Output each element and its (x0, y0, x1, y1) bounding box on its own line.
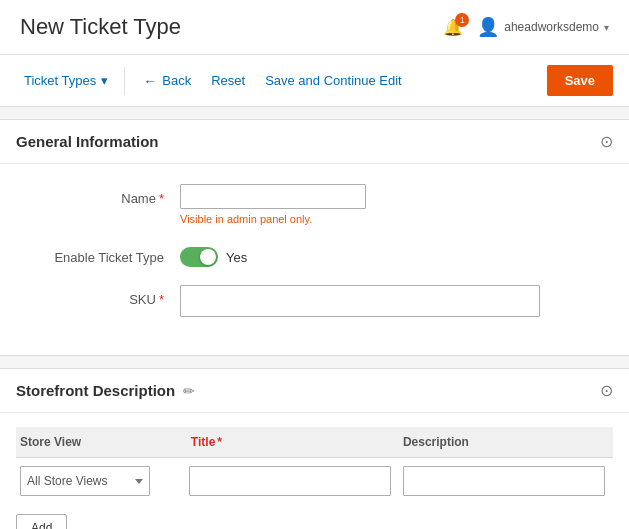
storefront-section: Storefront Description ✏ ⊙ Store View Ti… (0, 368, 629, 529)
top-header: New Ticket Type 🔔 1 👤 aheadworksdemo ▾ (0, 0, 629, 55)
toggle-knob (200, 249, 216, 265)
add-button[interactable]: Add (16, 514, 67, 529)
general-info-title: General Information (16, 133, 159, 150)
description-input[interactable] (403, 466, 605, 496)
save-button[interactable]: Save (547, 65, 613, 96)
enable-toggle[interactable] (180, 247, 218, 267)
sku-label: SKU* (20, 285, 180, 307)
reset-label: Reset (211, 73, 245, 88)
store-view-col-header: Store View (16, 427, 185, 458)
storefront-header: Storefront Description ✏ ⊙ (0, 369, 629, 413)
enable-row: Enable Ticket Type Yes (0, 243, 629, 267)
store-table: Store View Title* Description All Store … (16, 427, 613, 504)
ticket-types-button[interactable]: Ticket Types ▾ (16, 67, 116, 94)
sku-row: SKU* (0, 285, 629, 317)
back-arrow-icon: ← (143, 73, 157, 89)
table-header-row: Store View Title* Description (16, 427, 613, 458)
description-cell (399, 458, 613, 505)
sku-required-star: * (159, 292, 164, 307)
toggle-wrapper: Yes (180, 243, 247, 267)
storefront-toggle[interactable]: ⊙ (600, 381, 613, 400)
toolbar: Ticket Types ▾ ← Back Reset Save and Con… (0, 55, 629, 107)
title-col-header: Title* (185, 427, 399, 458)
page-title: New Ticket Type (20, 14, 181, 40)
title-input[interactable] (189, 466, 391, 496)
header-right: 🔔 1 👤 aheadworksdemo ▾ (443, 16, 609, 38)
ticket-types-chevron: ▾ (101, 73, 108, 88)
name-field-wrapper: Visible in admin panel only. (180, 184, 366, 225)
name-label: Name* (20, 184, 180, 206)
storefront-title: Storefront Description (16, 382, 175, 399)
description-col-header: Description (399, 427, 613, 458)
ticket-types-label: Ticket Types (24, 73, 96, 88)
sku-input[interactable] (180, 285, 540, 317)
toggle-yes-label: Yes (226, 250, 247, 265)
back-button[interactable]: ← Back (133, 67, 201, 95)
general-info-header: General Information ⊙ (0, 120, 629, 164)
general-info-content: Name* Visible in admin panel only. Enabl… (0, 164, 629, 355)
name-note: Visible in admin panel only. (180, 213, 366, 225)
notification-bell[interactable]: 🔔 1 (443, 18, 463, 37)
toolbar-divider (124, 67, 125, 95)
save-continue-label: Save and Continue Edit (265, 73, 402, 88)
enable-label: Enable Ticket Type (20, 243, 180, 265)
general-info-toggle[interactable]: ⊙ (600, 132, 613, 151)
save-continue-button[interactable]: Save and Continue Edit (255, 67, 412, 94)
storefront-title-row: Storefront Description ✏ (16, 382, 195, 399)
edit-icon[interactable]: ✏ (183, 383, 195, 399)
back-label: Back (162, 73, 191, 88)
general-info-section: General Information ⊙ Name* Visible in a… (0, 119, 629, 356)
name-row: Name* Visible in admin panel only. (0, 184, 629, 225)
add-label: Add (31, 521, 52, 529)
chevron-down-icon: ▾ (604, 22, 609, 33)
store-view-select[interactable]: All Store Views (20, 466, 150, 496)
table-row: All Store Views (16, 458, 613, 505)
user-avatar-icon: 👤 (477, 16, 499, 38)
title-cell (185, 458, 399, 505)
username-label: aheadworksdemo (504, 20, 599, 34)
user-menu[interactable]: 👤 aheadworksdemo ▾ (477, 16, 609, 38)
required-star: * (159, 191, 164, 206)
reset-button[interactable]: Reset (201, 67, 255, 94)
notification-badge: 1 (455, 13, 469, 27)
save-label: Save (565, 73, 595, 88)
name-input[interactable] (180, 184, 366, 209)
store-view-cell: All Store Views (16, 458, 185, 505)
storefront-content: Store View Title* Description All Store … (0, 413, 629, 529)
